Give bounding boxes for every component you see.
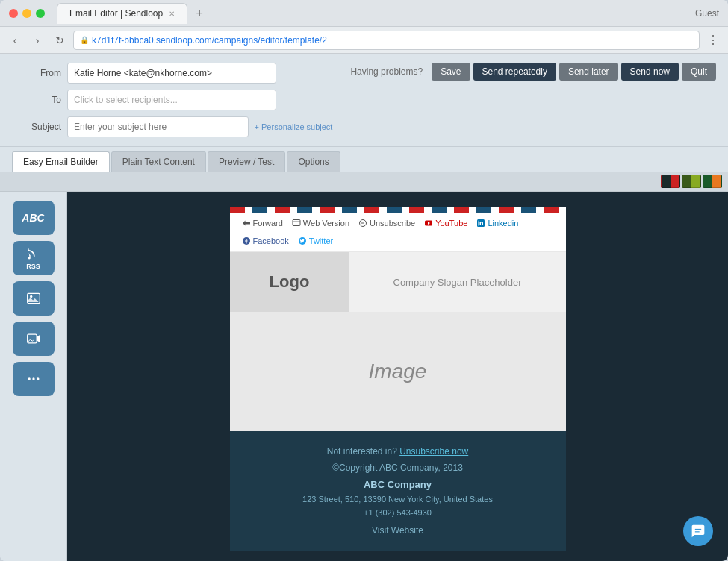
maximize-button[interactable] bbox=[36, 9, 45, 18]
svg-rect-3 bbox=[27, 334, 37, 343]
subject-row: Subject + Personalize subject bbox=[12, 113, 344, 140]
email-slogan: Company Slogan Placeholder bbox=[349, 252, 566, 312]
tab-preview-test[interactable]: Preview / Test bbox=[208, 151, 285, 172]
canvas-area: Forward Web Version Unsubscribe bbox=[67, 192, 728, 561]
tab-title: Email Editor | Sendloop bbox=[69, 8, 163, 19]
tab-options[interactable]: Options bbox=[287, 151, 340, 172]
rss-label: RSS bbox=[26, 263, 40, 270]
personalize-link[interactable]: + Personalize subject bbox=[255, 122, 333, 131]
send-now-button[interactable]: Send now bbox=[621, 63, 679, 81]
browser-window: Email Editor | Sendloop ✕ + Guest ‹ › ↻ … bbox=[0, 0, 728, 561]
footer-unsubscribe: Not interested in? Unsubscribe now bbox=[242, 446, 554, 457]
text-icon: ABC bbox=[22, 212, 44, 224]
image-placeholder-text: Image bbox=[369, 360, 427, 383]
unsubscribe-link[interactable]: Unsubscribe now bbox=[399, 446, 468, 457]
browser-menu-button[interactable]: ⋮ bbox=[704, 31, 722, 49]
email-nav-forward: Forward bbox=[242, 219, 283, 228]
rss-icon bbox=[26, 246, 41, 261]
svg-point-6 bbox=[32, 377, 34, 380]
back-button[interactable]: ‹ bbox=[6, 31, 24, 49]
svg-rect-15 bbox=[479, 222, 480, 226]
form-fields-area: From To Click to select recipients... Su… bbox=[12, 60, 344, 140]
send-repeatedly-button[interactable]: Send repeatedly bbox=[473, 63, 556, 81]
color-swatch-3[interactable] bbox=[703, 175, 722, 188]
minimize-button[interactable] bbox=[22, 9, 31, 18]
guest-label: Guest bbox=[695, 8, 719, 19]
unsubscribe-icon bbox=[358, 219, 367, 228]
tab-plain-text-content[interactable]: Plain Text Content bbox=[111, 151, 206, 172]
email-logo-box: Logo bbox=[230, 252, 349, 312]
footer-copyright: ©Copyright ABC Company, 2013 bbox=[242, 463, 554, 473]
new-tab-button[interactable]: + bbox=[190, 4, 208, 22]
color-swatch-1[interactable] bbox=[661, 175, 680, 188]
color-swatch-2[interactable] bbox=[682, 175, 701, 188]
address-bar[interactable]: 🔒 k7d1f7f-bbbca0.sendloop.com/campaigns/… bbox=[73, 31, 700, 50]
email-nav-youtube: YouTube bbox=[424, 219, 467, 228]
close-button[interactable] bbox=[9, 9, 18, 18]
email-logo-area: Logo Company Slogan Placeholder bbox=[230, 252, 566, 312]
email-nav-bar: Forward Web Version Unsubscribe bbox=[230, 213, 566, 252]
email-nav-twitter: Twitter bbox=[298, 236, 333, 245]
svg-point-0 bbox=[28, 257, 30, 259]
from-row: From bbox=[12, 60, 344, 87]
email-nav-facebook: Facebook bbox=[242, 236, 289, 245]
email-template: Forward Web Version Unsubscribe bbox=[230, 207, 566, 551]
youtube-icon bbox=[424, 219, 433, 228]
footer-visit-website: Visit Website bbox=[242, 525, 554, 536]
svg-point-7 bbox=[37, 377, 39, 380]
more-icon bbox=[26, 372, 41, 386]
email-header: From To Click to select recipients... Su… bbox=[0, 54, 728, 147]
app-content: From To Click to select recipients... Su… bbox=[0, 54, 728, 561]
email-image-area: Image bbox=[230, 312, 566, 431]
forward-button[interactable]: › bbox=[28, 31, 46, 49]
save-button[interactable]: Save bbox=[432, 63, 470, 81]
color-bar bbox=[0, 172, 728, 192]
tab-close-icon[interactable]: ✕ bbox=[169, 10, 175, 18]
subject-label: Subject bbox=[24, 122, 61, 132]
action-buttons: Having problems? Save Send repeatedly Se… bbox=[350, 60, 716, 81]
twitter-icon bbox=[298, 236, 307, 245]
address-text: k7d1f7f-bbbca0.sendloop.com/campaigns/ed… bbox=[92, 35, 327, 46]
chat-bubble-button[interactable] bbox=[683, 516, 713, 546]
chat-icon bbox=[691, 524, 706, 539]
footer-address: 123 Street, 510, 13390 New York City, Un… bbox=[242, 493, 554, 519]
tab-area: Email Editor | Sendloop ✕ + bbox=[57, 3, 689, 24]
quit-button[interactable]: Quit bbox=[682, 63, 716, 81]
sidebar-item-video[interactable] bbox=[13, 322, 55, 356]
email-footer: Not interested in? Unsubscribe now ©Copy… bbox=[230, 431, 566, 551]
send-later-button[interactable]: Send later bbox=[559, 63, 618, 81]
refresh-button[interactable]: ↻ bbox=[51, 31, 69, 49]
sidebar-item-image[interactable] bbox=[13, 281, 55, 316]
web-icon bbox=[292, 219, 301, 228]
linkedin-icon bbox=[476, 219, 485, 228]
editor-wrapper: ABC RSS bbox=[0, 172, 728, 561]
forward-icon bbox=[242, 219, 251, 228]
sidebar-item-more[interactable] bbox=[13, 362, 55, 396]
browser-toolbar: ‹ › ↻ 🔒 k7d1f7f-bbbca0.sendloop.com/camp… bbox=[0, 27, 728, 54]
from-input[interactable] bbox=[67, 63, 276, 84]
recipients-placeholder: Click to select recipients... bbox=[74, 95, 178, 105]
svg-rect-8 bbox=[293, 220, 300, 226]
browser-tab[interactable]: Email Editor | Sendloop ✕ bbox=[57, 3, 187, 24]
footer-company: ABC Company bbox=[242, 479, 554, 490]
video-icon bbox=[26, 331, 41, 346]
browser-titlebar: Email Editor | Sendloop ✕ + Guest bbox=[0, 0, 728, 27]
svg-point-2 bbox=[30, 295, 32, 298]
logo-text: Logo bbox=[270, 272, 310, 292]
to-row: To Click to select recipients... bbox=[12, 87, 344, 113]
svg-point-16 bbox=[479, 221, 480, 222]
tab-easy-email-builder[interactable]: Easy Email Builder bbox=[12, 151, 110, 172]
facebook-icon bbox=[242, 236, 251, 245]
tabs-bar: Easy Email Builder Plain Text Content Pr… bbox=[0, 147, 728, 172]
email-nav-web-version: Web Version bbox=[292, 219, 349, 228]
to-label: To bbox=[24, 95, 61, 105]
subject-input[interactable] bbox=[67, 116, 249, 137]
lock-icon: 🔒 bbox=[80, 36, 89, 44]
email-nav-linkedin: Linkedin bbox=[476, 219, 518, 228]
from-label: From bbox=[24, 68, 61, 78]
sidebar-item-text[interactable]: ABC bbox=[13, 201, 55, 235]
email-nav-unsubscribe: Unsubscribe bbox=[358, 219, 415, 228]
sidebar-item-rss[interactable]: RSS bbox=[13, 241, 55, 275]
having-problems-text: Having problems? bbox=[350, 66, 423, 77]
recipients-input[interactable]: Click to select recipients... bbox=[67, 90, 276, 110]
